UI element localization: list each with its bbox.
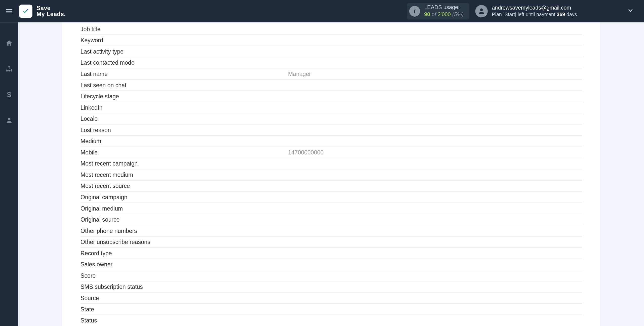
brand-name: Save My Leads. — [36, 5, 66, 18]
field-label: Other unsubscribe reasons — [80, 239, 288, 245]
field-label: Other phone numbers — [80, 227, 288, 234]
field-value[interactable]: 14700000000 — [288, 149, 582, 155]
field-row: Original source — [80, 214, 582, 225]
dollar-icon: $ — [7, 90, 11, 99]
field-label: Job title — [80, 26, 288, 32]
nav-billing[interactable]: $ — [0, 86, 18, 103]
topbar: Save My Leads. i LEADS usage: 90 of 2'00… — [0, 0, 644, 22]
field-label: Source — [80, 295, 288, 301]
field-row: LinkedIn — [80, 102, 582, 113]
field-row: Job title — [80, 22, 582, 35]
field-row: Mobile14700000000 — [80, 147, 582, 158]
field-row: Last seen on chat — [80, 80, 582, 91]
person-icon — [5, 117, 13, 124]
field-row: Original medium — [80, 203, 582, 214]
usage-pct: (5%) — [452, 11, 464, 18]
fields-card: Job titleKeywordLast activity typeLast c… — [62, 22, 600, 326]
field-row: Last contacted mode — [80, 57, 582, 69]
brand-line1: Save — [36, 5, 51, 11]
account-dropdown[interactable] — [577, 7, 639, 16]
plan-mid: left until payment — [516, 12, 557, 17]
field-row: Medium — [80, 136, 582, 147]
field-label: Most recent source — [80, 183, 288, 189]
field-row: Most recent source — [80, 181, 582, 192]
field-label: State — [80, 306, 288, 312]
account-box[interactable]: andrewsavemyleads@gmail.com Plan |Start|… — [492, 5, 577, 18]
nav-network[interactable] — [0, 61, 18, 77]
field-value[interactable]: Manager — [288, 71, 582, 77]
field-label: Status — [80, 317, 288, 324]
usage-of: of — [432, 11, 436, 18]
field-row: Last activity type — [80, 46, 582, 57]
field-label: Lost reason — [80, 127, 288, 133]
chevron-down-icon — [627, 7, 634, 14]
field-label: Most recent medium — [80, 171, 288, 178]
svg-point-4 — [11, 70, 12, 71]
usage-box[interactable]: i LEADS usage: 90 of 2'000 (5%) — [407, 3, 469, 20]
field-row: SMS subscription status — [80, 281, 582, 293]
nav-profile[interactable] — [0, 112, 18, 129]
sidebar: $ — [0, 22, 18, 326]
field-label: Original campaign — [80, 194, 288, 200]
field-row: Lost reason — [80, 125, 582, 136]
field-label: Score — [80, 272, 288, 279]
field-label: Mobile — [80, 149, 288, 155]
svg-point-3 — [8, 70, 10, 71]
plan-days: 369 — [557, 12, 565, 17]
field-row: Keyword — [80, 35, 582, 46]
plan-days-suffix: days — [565, 12, 577, 17]
field-row: Locale — [80, 113, 582, 125]
checkmark-icon — [21, 7, 30, 16]
field-label: SMS subscription status — [80, 283, 288, 290]
content-area: Job titleKeywordLast activity typeLast c… — [18, 22, 644, 326]
field-row: Score — [80, 270, 582, 281]
field-row: Source — [80, 293, 582, 304]
avatar[interactable] — [475, 5, 488, 17]
usage-text: LEADS usage: 90 of 2'000 (5%) — [424, 4, 464, 18]
field-label: Lifecycle stage — [80, 93, 288, 100]
field-label: Original medium — [80, 205, 288, 212]
field-label: Last name — [80, 71, 288, 77]
info-icon: i — [409, 6, 420, 17]
field-row: Other unsubscribe reasons — [80, 237, 582, 248]
field-label: Sales owner — [80, 261, 288, 268]
field-label: Keyword — [80, 37, 288, 44]
nav-home[interactable] — [0, 35, 18, 52]
field-label: Original source — [80, 216, 288, 223]
field-label: Last seen on chat — [80, 82, 288, 88]
usage-label: LEADS usage: — [424, 4, 464, 11]
field-row: Lifecycle stage — [80, 91, 582, 102]
field-row: Sales owner — [80, 259, 582, 270]
plan-prefix: Plan — [492, 12, 503, 17]
field-label: Most recent campaign — [80, 160, 288, 167]
svg-point-5 — [8, 118, 10, 120]
field-row: State — [80, 304, 582, 315]
field-label: Last contacted mode — [80, 59, 288, 66]
field-label: Medium — [80, 138, 288, 144]
sitemap-icon — [5, 65, 13, 73]
field-row: Status — [80, 315, 582, 326]
field-row: Most recent medium — [80, 169, 582, 181]
account-plan: Plan |Start| left until payment 369 days — [492, 12, 577, 18]
svg-point-2 — [6, 70, 8, 71]
svg-point-1 — [8, 66, 10, 67]
usage-used: 90 — [424, 11, 430, 18]
svg-point-0 — [480, 9, 483, 11]
menu-button[interactable] — [0, 0, 18, 22]
usage-total: 2'000 — [438, 11, 451, 18]
account-email: andrewsavemyleads@gmail.com — [492, 5, 577, 12]
person-icon — [477, 7, 486, 15]
field-label: Last activity type — [80, 48, 288, 55]
brand-line2: My Leads. — [36, 11, 66, 18]
field-row: Original campaign — [80, 192, 582, 203]
field-label: Locale — [80, 115, 288, 122]
field-label: LinkedIn — [80, 104, 288, 111]
hamburger-icon — [5, 7, 13, 15]
field-row: Last nameManager — [80, 68, 582, 80]
logo[interactable] — [19, 5, 32, 18]
field-row: Most recent campaign — [80, 158, 582, 170]
home-icon — [5, 39, 13, 47]
plan-name: |Start| — [503, 12, 516, 17]
field-row: Record type — [80, 248, 582, 259]
field-row: Other phone numbers — [80, 225, 582, 237]
